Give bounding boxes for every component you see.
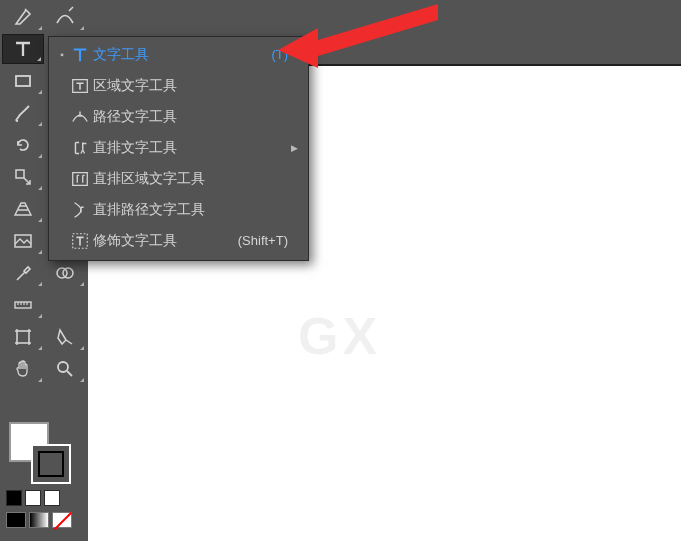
flyout-item-area-type[interactable]: 区域文字工具 (49, 70, 308, 101)
flyout-item-path-type[interactable]: 路径文字工具 (49, 101, 308, 132)
vertical-area-type-icon (67, 169, 93, 189)
fill-mode-row (2, 512, 86, 528)
fill-stroke-control[interactable] (9, 422, 79, 482)
submenu-arrow-icon: ▶ (288, 143, 298, 153)
mini-swatch-2[interactable] (44, 490, 60, 506)
flyout-item-label: 修饰文字工具 (93, 232, 238, 250)
touch-type-icon (67, 231, 93, 251)
watermark-text: GX (298, 306, 381, 366)
flyout-item-label: 直排路径文字工具 (93, 201, 260, 219)
perspective-grid-tool-button[interactable] (2, 194, 44, 224)
stroke-swatch[interactable] (31, 444, 71, 484)
anchor-point-tool-button[interactable] (2, 2, 44, 32)
flyout-item-label: 文字工具 (93, 46, 260, 64)
none-fill-button[interactable] (52, 512, 72, 528)
blend-tool-button[interactable] (44, 258, 86, 288)
mini-swatch-0[interactable] (6, 490, 22, 506)
flyout-item-label: 区域文字工具 (93, 77, 260, 95)
rotate-tool-button[interactable] (2, 130, 44, 160)
hand-tool-button[interactable] (2, 354, 44, 384)
scale-tool-button[interactable] (2, 162, 44, 192)
type-tool-flyout: ▪文字工具(T)区域文字工具路径文字工具直排文字工具▶直排区域文字工具直排路径文… (48, 36, 309, 261)
flyout-item-type[interactable]: ▪文字工具(T) (49, 39, 308, 70)
color-swatches (2, 422, 86, 528)
image-placeholder-tool-button[interactable] (2, 226, 44, 256)
eyedropper-tool-button[interactable] (2, 258, 44, 288)
flyout-item-vertical-type[interactable]: 直排文字工具▶ (49, 132, 308, 163)
path-type-icon (67, 107, 93, 127)
curvature-tool-button[interactable] (44, 2, 86, 32)
type-tool-button[interactable] (2, 34, 44, 64)
vertical-type-icon (67, 138, 93, 158)
default-colors-row (2, 490, 86, 506)
active-marker: ▪ (57, 49, 67, 60)
color-fill-button[interactable] (6, 512, 26, 528)
empty-tool-slot (44, 290, 86, 320)
flyout-item-vertical-path-type[interactable]: 直排路径文字工具 (49, 194, 308, 225)
vertical-path-type-icon (67, 200, 93, 220)
flyout-item-label: 直排区域文字工具 (93, 170, 260, 188)
ruler-tool-button[interactable] (2, 290, 44, 320)
flyout-item-vertical-area-type[interactable]: 直排区域文字工具 (49, 163, 308, 194)
zoom-tool-button[interactable] (44, 354, 86, 384)
type-icon (67, 45, 93, 65)
flyout-item-label: 路径文字工具 (93, 108, 260, 126)
artboard-tool-button[interactable] (2, 322, 44, 352)
mini-swatch-1[interactable] (25, 490, 41, 506)
paintbrush-tool-button[interactable] (2, 98, 44, 128)
gradient-fill-button[interactable] (29, 512, 49, 528)
flyout-item-label: 直排文字工具 (93, 139, 260, 157)
flyout-item-touch-type[interactable]: 修饰文字工具(Shift+T) (49, 225, 308, 256)
flyout-item-shortcut: (Shift+T) (238, 233, 288, 248)
slice-tool-button[interactable] (44, 322, 86, 352)
area-type-icon (67, 76, 93, 96)
rectangle-tool-button[interactable] (2, 66, 44, 96)
flyout-item-shortcut: (T) (260, 47, 288, 62)
